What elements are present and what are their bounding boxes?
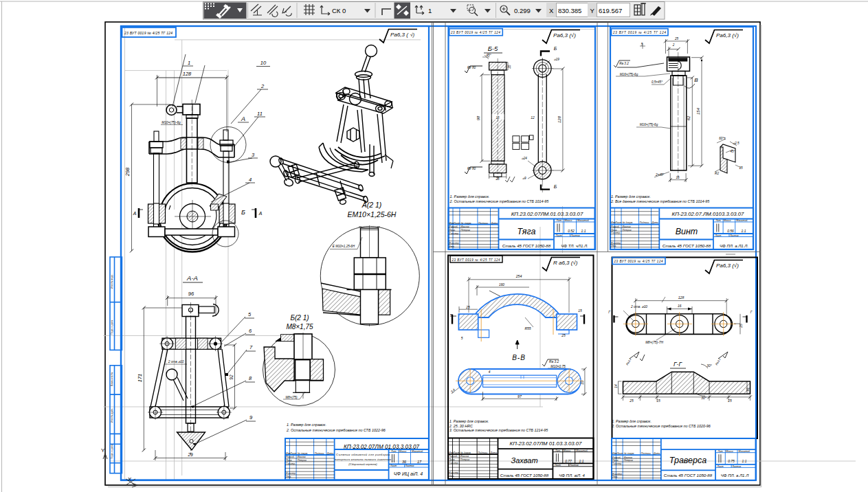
svg-text:R а6,3 (√): R а6,3 (√)	[553, 260, 578, 266]
svg-text:КП.23.02.07ЛМ.01.03.3.03.07: КП.23.02.07ЛМ.01.03.3.03.07	[511, 211, 583, 217]
svg-text:14: 14	[614, 384, 618, 388]
svg-text:Сталь 45 ГОСТ 1050-88: Сталь 45 ГОСТ 1050-88	[664, 473, 713, 478]
svg-text:Rz 80: Rz 80	[467, 167, 476, 170]
svg-text:1. Размер для справок.: 1. Размер для справок.	[611, 194, 651, 199]
svg-text:Ра6,3 (: Ра6,3 (	[390, 32, 409, 38]
svg-text:2: 2	[672, 43, 675, 47]
svg-text:25: 25	[674, 37, 679, 41]
svg-text:25: 25	[629, 399, 634, 403]
svg-text:1. Размер для справок.: 1. Размер для справок.	[449, 419, 489, 423]
svg-text:КП-23.02.07ЛМ 01.03.3.03.07: КП-23.02.07ЛМ 01.03.3.03.07	[510, 440, 583, 447]
svg-text:Взам.инв.№: Взам.инв.№	[111, 372, 113, 386]
svg-text:Y: Y	[590, 7, 595, 14]
svg-text:128: 128	[678, 295, 685, 300]
svg-text:96: 96	[188, 291, 194, 297]
svg-text:0,5×45°: 0,5×45°	[652, 80, 663, 84]
svg-text:1. Размер для справок.: 1. Размер для справок.	[612, 419, 652, 423]
svg-text:4: 4	[249, 177, 252, 183]
svg-text:23 ВУТ 0019 № 4/25 ТГ 124: 23 ВУТ 0019 № 4/25 ТГ 124	[612, 31, 666, 34]
svg-text:29: 29	[187, 452, 193, 457]
svg-text:3. Остальные технические требо: 3. Остальные технические требования по С…	[449, 428, 549, 432]
svg-text:В-В: В-В	[512, 354, 526, 361]
svg-text:62: 62	[687, 115, 691, 120]
svg-text:ЧФ ПЛ. а.Л1.Л.: ЧФ ПЛ. а.Л1.Л.	[720, 244, 748, 248]
svg-text:619.567: 619.567	[599, 7, 622, 14]
svg-text:0.52: 0.52	[568, 229, 575, 233]
svg-text:0.299: 0.299	[514, 7, 531, 14]
svg-text:1: 1	[428, 7, 432, 14]
svg-text:запорного клапана низкого давл: запорного клапана низкого давления	[334, 458, 392, 461]
svg-text:0.75: 0.75	[728, 459, 735, 463]
svg-text:16: 16	[678, 304, 682, 308]
svg-text:45°: 45°	[731, 150, 735, 153]
svg-text:15: 15	[578, 309, 582, 313]
svg-text:А: А	[241, 115, 245, 122]
svg-text:25: 25	[561, 334, 566, 337]
svg-text:23 ВУТ 0019 № 4/25 ТГ 124: 23 ВУТ 0019 № 4/25 ТГ 124	[614, 260, 663, 263]
svg-text:Б: Б	[554, 184, 557, 189]
svg-text:1:1: 1:1	[742, 229, 746, 233]
svg-text:128: 128	[557, 115, 561, 123]
svg-text:830.385: 830.385	[558, 7, 581, 14]
svg-text:160: 160	[499, 283, 504, 287]
svg-text:Ра6,3 (√): Ра6,3 (√)	[553, 32, 576, 38]
svg-text:ЕМ10×1,25-6Н: ЕМ10×1,25-6Н	[348, 210, 397, 219]
svg-text:Ра6,3 (√): Ра6,3 (√)	[716, 262, 739, 269]
svg-text:Сталь 45 ГОСТ 1050-88: Сталь 45 ГОСТ 1050-88	[663, 243, 711, 248]
svg-text:23 ВУТ 0019 № 4/25 ТГ 124: 23 ВУТ 0019 № 4/25 ТГ 124	[452, 258, 500, 262]
svg-text:⌀9: ⌀9	[522, 177, 526, 180]
svg-text:25: 25	[495, 177, 500, 181]
svg-text:1:1: 1:1	[581, 229, 586, 233]
svg-text:5: 5	[461, 337, 463, 340]
svg-text:Б-5: Б-5	[488, 45, 498, 52]
svg-text:2. 25..30 HRC: 2. 25..30 HRC	[449, 424, 473, 428]
svg-text:92: 92	[229, 374, 234, 380]
svg-text:Инв.№ дубл.: Инв.№ дубл.	[111, 408, 113, 423]
svg-text:Ra 3.2: Ra 3.2	[619, 62, 629, 65]
svg-text:36: 36	[402, 460, 407, 464]
svg-text:2. Остальные технические требо: 2. Остальные технические требования по С…	[286, 428, 386, 432]
svg-text:1:1: 1:1	[742, 459, 747, 463]
svg-text:1:1: 1:1	[579, 459, 584, 463]
svg-text:298: 298	[124, 167, 131, 177]
svg-text:Инв.№ подл.: Инв.№ подл.	[111, 274, 113, 289]
svg-text:1: 1	[188, 60, 190, 66]
svg-text:X: X	[128, 476, 132, 482]
svg-text:Ра6,3 (√): Ра6,3 (√)	[716, 32, 739, 38]
svg-text:10: 10	[260, 60, 267, 66]
svg-text:√): √)	[410, 32, 414, 38]
svg-text:Ra 3.2: Ra 3.2	[549, 360, 559, 364]
svg-text:В: В	[694, 77, 698, 83]
svg-text:10: 10	[581, 381, 584, 385]
svg-text:Подп. и дата: Подп. и дата	[111, 320, 113, 335]
svg-text:2 отв.⌀10: 2 отв.⌀10	[168, 360, 184, 364]
svg-text:Б: Б	[554, 46, 557, 51]
svg-text:X: X	[549, 7, 554, 14]
svg-text:⌀19: ⌀19	[554, 58, 559, 61]
svg-text:Траверса: Траверса	[669, 456, 707, 465]
svg-text:1. Размер для справок.: 1. Размер для справок.	[450, 194, 490, 199]
svg-text:М16×(75)-6g: М16×(75)-6g	[640, 123, 658, 126]
svg-text:А-А: А-А	[186, 274, 198, 282]
svg-text:М16×(75)-6g: М16×(75)-6g	[620, 73, 638, 76]
svg-text:Г-Г: Г-Г	[674, 361, 682, 368]
svg-text:2: 2	[260, 83, 265, 89]
svg-text:ЧФ ПЛ. а.Л1.Л: ЧФ ПЛ. а.Л1.Л	[721, 473, 749, 478]
svg-text:254: 254	[515, 274, 522, 278]
svg-text:128: 128	[183, 71, 192, 77]
svg-text:М10×0.75: М10×0.75	[550, 365, 566, 368]
svg-text:30°: 30°	[706, 364, 711, 368]
svg-text:А: А	[258, 211, 263, 216]
svg-text:ЧФ ИЦ аіЛ. 4: ЧФ ИЦ аіЛ. 4	[394, 471, 423, 477]
svg-text:Сталь 45 ГОСТ 1050-88: Сталь 45 ГОСТ 1050-88	[502, 243, 551, 248]
svg-text:5: 5	[641, 43, 643, 46]
svg-text:5: 5	[450, 314, 452, 317]
svg-text:23 ВУТ 0019 № 4/25 ТГ 124: 23 ВУТ 0019 № 4/25 ТГ 124	[124, 31, 173, 35]
svg-text:1. Размер для справок.: 1. Размер для справок.	[287, 423, 326, 427]
svg-text:15: 15	[739, 166, 743, 170]
svg-text:154: 154	[696, 107, 700, 115]
svg-text:2×45°: 2×45°	[655, 173, 664, 177]
svg-text:М8×1,75: М8×1,75	[286, 323, 313, 331]
svg-text:23 ВУТ 0019 № 4/25 ТГ 124: 23 ВУТ 0019 № 4/25 ТГ 124	[450, 31, 500, 34]
svg-text:2. Остальные технические требо: 2. Остальные технические требования по С…	[449, 199, 550, 203]
